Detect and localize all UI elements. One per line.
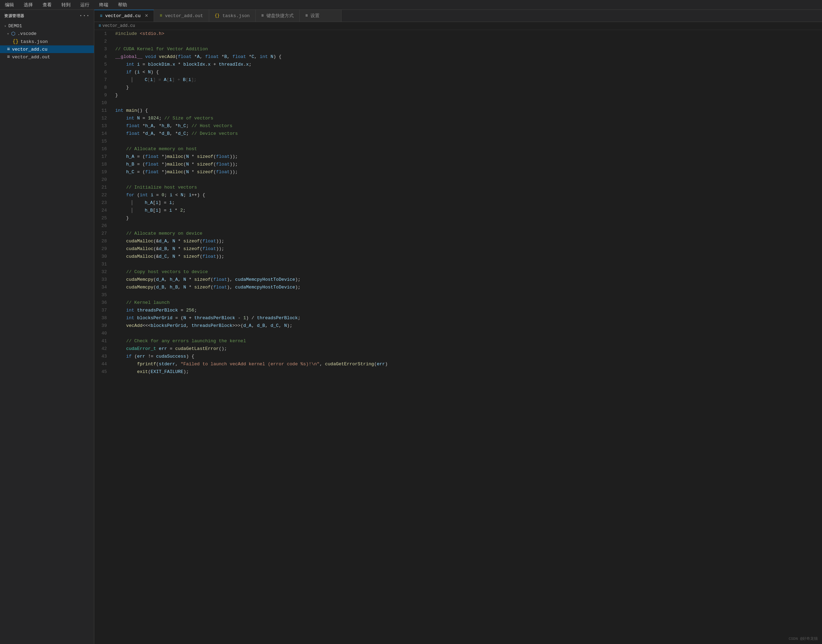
code-line: vecAdd<<<blocksPerGrid, threadsPerBlock>… bbox=[115, 322, 819, 330]
code-line: __global__ void vecAdd(float *A, float *… bbox=[115, 53, 819, 61]
line-num: 44 bbox=[97, 360, 107, 368]
code-line: int main() { bbox=[115, 107, 819, 115]
line-num: 43 bbox=[97, 353, 107, 360]
code-line: // Allocate memory on device bbox=[115, 230, 819, 238]
code-line: // Allocate memory on host bbox=[115, 145, 819, 153]
tab-label: vector_add.cu bbox=[105, 13, 140, 18]
tab-bar: ≡ vector_add.cu × ≡ vector_add.out {} ta… bbox=[94, 10, 822, 22]
line-num: 19 bbox=[97, 168, 107, 176]
vscode-folder-icon: ⬡ bbox=[11, 31, 15, 37]
line-num: 23 bbox=[97, 199, 107, 207]
tab-keyboard-shortcuts[interactable]: ≡ 键盘快捷方式 bbox=[256, 10, 300, 21]
menu-run[interactable]: 运行 bbox=[78, 1, 92, 9]
code-line: cudaMemcpy(d_A, h_A, N * sizeof(float), … bbox=[115, 276, 819, 284]
menu-goto[interactable]: 转到 bbox=[60, 1, 73, 9]
watermark: CSDN @好奇龙猫 bbox=[788, 636, 818, 641]
line-num: 11 bbox=[97, 107, 107, 115]
tab-cu-icon: ≡ bbox=[100, 14, 102, 18]
code-line: for (int i = 0; i < N; i++) { bbox=[115, 192, 819, 199]
out-file-icon: ≡ bbox=[7, 54, 10, 60]
line-num: 45 bbox=[97, 368, 107, 376]
code-line bbox=[115, 38, 819, 45]
menu-view[interactable]: 查看 bbox=[40, 1, 54, 9]
code-line: } bbox=[115, 84, 819, 92]
line-num: 25 bbox=[97, 215, 107, 222]
sidebar-header: 资源管理器 ··· bbox=[0, 10, 94, 21]
chevron-right-icon: ▾ bbox=[7, 32, 9, 36]
line-num: 16 bbox=[97, 145, 107, 153]
menu-help[interactable]: 帮助 bbox=[116, 1, 129, 9]
breadcrumb-file-icon: ≡ bbox=[98, 23, 101, 28]
tab-label: tasks.json bbox=[222, 13, 250, 18]
json-file-icon: {} bbox=[12, 39, 18, 44]
code-line: float *h_A, *h_B, *h_C; // Host vectors bbox=[115, 122, 819, 130]
line-num: 41 bbox=[97, 337, 107, 345]
sidebar-item-demo1[interactable]: ▾ DEMO1 bbox=[0, 22, 94, 30]
line-num: 2 bbox=[97, 38, 107, 45]
code-line: // Copy host vectors to device bbox=[115, 268, 819, 276]
sidebar-item-tasks-json[interactable]: {} tasks.json bbox=[0, 38, 94, 45]
code-line bbox=[115, 291, 819, 299]
code-line bbox=[115, 261, 819, 268]
code-line bbox=[115, 222, 819, 230]
tab-vector-add-out[interactable]: ≡ vector_add.out bbox=[154, 10, 209, 21]
code-line: int blocksPerGrid = (N + threadsPerBlock… bbox=[115, 314, 819, 322]
code-line: float *d_A, *d_B, *d_C; // Device vector… bbox=[115, 130, 819, 138]
code-line: if (err != cudaSuccess) { bbox=[115, 353, 819, 360]
code-line: h_B = (float *)malloc(N * sizeof(float))… bbox=[115, 161, 819, 168]
cu-file-icon: ≡ bbox=[7, 46, 10, 52]
line-num: 18 bbox=[97, 161, 107, 168]
menu-edit[interactable]: 编辑 bbox=[3, 1, 16, 9]
code-line: // Initialize host vectors bbox=[115, 184, 819, 192]
sidebar-item-vscode[interactable]: ▾ ⬡ .vscode bbox=[0, 30, 94, 38]
breadcrumb: ≡ vector_add.cu bbox=[94, 22, 822, 30]
tab-settings-icon: ≡ bbox=[305, 13, 308, 18]
line-num: 34 bbox=[97, 284, 107, 291]
line-num: 15 bbox=[97, 138, 107, 145]
sidebar-more-button[interactable]: ··· bbox=[79, 12, 90, 19]
sidebar-item-label: .vscode bbox=[17, 31, 37, 36]
code-line: // CUDA Kernel for Vector Addition bbox=[115, 45, 819, 53]
line-numbers: 1 2 3 4 5 6 7 8 9 10 11 12 13 14 15 16 1… bbox=[94, 30, 112, 644]
code-line: int N = 1024; // Size of vectors bbox=[115, 115, 819, 122]
line-num: 30 bbox=[97, 253, 107, 261]
line-num: 31 bbox=[97, 261, 107, 268]
sidebar-tree: ▾ DEMO1 ▾ ⬡ .vscode {} tasks.json ≡ vect… bbox=[0, 21, 94, 61]
code-line: cudaMemcpy(d_B, h_B, N * sizeof(float), … bbox=[115, 284, 819, 291]
line-num: 33 bbox=[97, 276, 107, 284]
code-line: } bbox=[115, 215, 819, 222]
tab-tasks-json[interactable]: {} tasks.json bbox=[209, 10, 256, 21]
line-num: 20 bbox=[97, 176, 107, 184]
line-num: 12 bbox=[97, 115, 107, 122]
menu-bar: 编辑 选择 查看 转到 运行 终端 帮助 bbox=[0, 0, 822, 10]
tab-settings[interactable]: ≡ 设置 bbox=[300, 10, 341, 21]
code-editor[interactable]: 1 2 3 4 5 6 7 8 9 10 11 12 13 14 15 16 1… bbox=[94, 30, 822, 644]
code-line: if (i < N) { bbox=[115, 69, 819, 76]
tab-close-button[interactable]: × bbox=[145, 13, 148, 19]
line-num: 1 bbox=[97, 30, 107, 38]
chevron-down-icon: ▾ bbox=[4, 24, 6, 28]
tab-vector-add-cu[interactable]: ≡ vector_add.cu × bbox=[94, 10, 154, 21]
line-num: 32 bbox=[97, 268, 107, 276]
line-num: 39 bbox=[97, 322, 107, 330]
line-num: 42 bbox=[97, 345, 107, 353]
code-line: } bbox=[115, 92, 819, 99]
code-line bbox=[115, 176, 819, 184]
sidebar-item-vector-add-cu[interactable]: ≡ vector_add.cu bbox=[0, 45, 94, 53]
code-line: int i = blockDim.x * blockIdx.x + thread… bbox=[115, 61, 819, 69]
line-num: 37 bbox=[97, 307, 107, 314]
code-line: cudaMalloc(&d_B, N * sizeof(float)); bbox=[115, 245, 819, 253]
menu-select[interactable]: 选择 bbox=[21, 1, 35, 9]
line-num: 38 bbox=[97, 314, 107, 322]
line-num: 8 bbox=[97, 84, 107, 92]
line-num: 5 bbox=[97, 61, 107, 69]
sidebar-item-vector-add-out[interactable]: ≡ vector_add.out bbox=[0, 53, 94, 61]
line-num: 14 bbox=[97, 130, 107, 138]
line-num: 22 bbox=[97, 192, 107, 199]
code-line bbox=[115, 138, 819, 145]
code-line: cudaError_t err = cudaGetLastError(); bbox=[115, 345, 819, 353]
menu-terminal[interactable]: 终端 bbox=[97, 1, 110, 9]
sidebar-item-label: vector_add.out bbox=[12, 54, 50, 60]
code-line: exit(EXIT_FAILURE); bbox=[115, 368, 819, 376]
line-num: 29 bbox=[97, 245, 107, 253]
